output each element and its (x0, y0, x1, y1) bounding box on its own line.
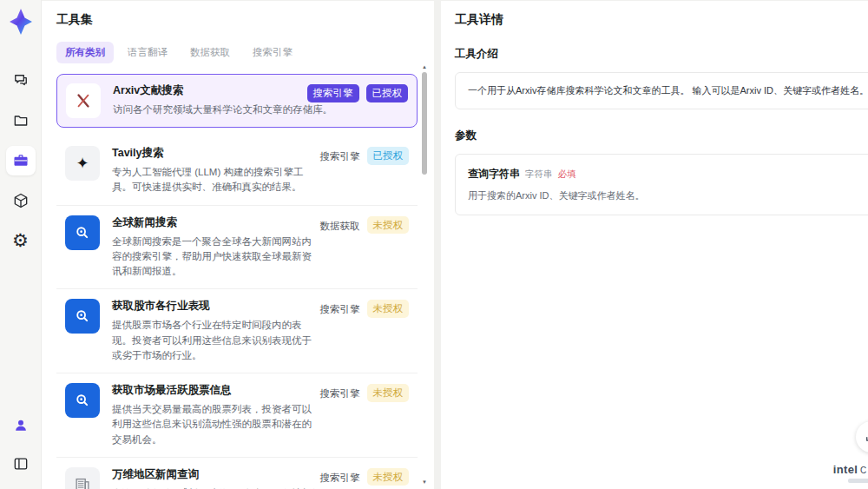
sparkle-glyph: ✦ (76, 155, 89, 171)
tool-name: 获取市场最活跃股票信息 (112, 383, 313, 398)
tool-detail-panel: 工具详情 工具介绍 一个用于从Arxiv存储库搜索科学论文和文章的工具。 输入可… (441, 0, 868, 489)
tool-desc: 全球新闻搜索是一个聚合全球各大新闻网站内容的搜索引擎，帮助用户快速获取全球最新资… (112, 235, 313, 280)
tool-list: Arxiv文献搜索 访问各个研究领域大量科学论文和文章的存储库。 搜索引擎 已授… (56, 74, 418, 489)
tab-all-categories[interactable]: 所有类别 (56, 42, 114, 63)
tool-name: Arxiv文献搜索 (113, 83, 300, 98)
param-desc: 用于搜索的Arxiv ID、关键字或作者姓名。 (468, 189, 868, 202)
magnifier-app-icon (65, 215, 100, 250)
tool-card-text: Arxiv文献搜索 访问各个研究领域大量科学论文和文章的存储库。 (113, 83, 300, 117)
core-wordmark: CORE (860, 466, 868, 475)
newspaper-icon (65, 467, 100, 489)
app-logo-icon (10, 9, 32, 35)
tool-card-text: 获取股市各行业表现 提供股票市场各个行业在特定时间段内的表现。投资者可以利用这些… (112, 299, 313, 363)
category-label: 搜索引擎 (320, 384, 360, 404)
tool-card-regional-news[interactable]: 万维地区新闻查询 查询具体行政区划内的新闻，快速了解各地新闻动 搜索引擎 未授权 (56, 458, 418, 489)
category-label: 搜索引擎 (320, 468, 360, 488)
folder-icon[interactable] (6, 106, 36, 135)
scroll-up-icon[interactable]: ▲ (420, 63, 429, 70)
app-window: ⚙ 工具集 所有类别 语言翻译 数据获取 搜索引擎 (0, 0, 868, 489)
intel-wordmark: intel (833, 463, 858, 476)
tool-card-active-stocks[interactable]: 获取市场最活跃股票信息 提供当天交易量最高的股票列表，投资者可以利用这些信息来识… (56, 373, 418, 458)
tool-card-sector-performance[interactable]: 获取股市各行业表现 提供股票市场各个行业在特定时间段内的表现。投资者可以利用这些… (56, 289, 418, 373)
tool-card-text: 万维地区新闻查询 查询具体行政区划内的新闻，快速了解各地新闻动 (112, 467, 313, 489)
download-button[interactable] (856, 421, 868, 453)
tool-card-badges: 搜索引擎 未授权 (320, 299, 410, 320)
tool-card-text: Tavily搜索 专为人工智能代理 (LLM) 构建的搜索引擎工具。可快速提供实… (112, 146, 313, 195)
magnifier-app-icon (65, 299, 100, 334)
tool-card-badges: 搜索引擎 已授权 (320, 146, 410, 167)
tool-card-tavily[interactable]: ✦ Tavily搜索 专为人工智能代理 (LLM) 构建的搜索引擎工具。可快速提… (56, 136, 418, 206)
nav-rail-bottom (6, 411, 36, 479)
magnifier-app-icon (65, 383, 100, 418)
status-badge: 未授权 (367, 216, 410, 235)
panel-divider (434, 0, 441, 489)
intro-heading: 工具介绍 (455, 47, 868, 62)
gear-glyph: ⚙ (12, 232, 29, 250)
sparkle-icon: ✦ (65, 146, 100, 181)
list-scrollbar[interactable]: ▲ ▼ (420, 63, 429, 486)
tool-name: Tavily搜索 (112, 146, 313, 161)
detail-title: 工具详情 (455, 12, 868, 28)
status-badge: 未授权 (367, 468, 410, 486)
tool-card-badges: 搜索引擎 已授权 (307, 83, 409, 102)
category-label: 搜索引擎 (320, 147, 360, 167)
panel-toggle-icon[interactable] (6, 449, 36, 479)
intel-core-sub-mark (848, 479, 868, 483)
category-badge: 搜索引擎 (307, 84, 359, 102)
tab-data-acquisition[interactable]: 数据获取 (181, 42, 239, 63)
download-icon (864, 429, 868, 445)
nav-rail: ⚙ (0, 0, 42, 489)
tool-desc: 提供当天交易量最高的股票列表，投资者可以利用这些信息来识别流动性强的股票和潜在的… (112, 402, 313, 447)
tool-desc: 专为人工智能代理 (LLM) 构建的搜索引擎工具。可快速提供实时、准确和真实的结… (112, 165, 313, 195)
param-name: 查询字符串 (468, 167, 520, 182)
scroll-down-icon[interactable]: ▼ (420, 479, 429, 486)
tool-card-badges: 搜索引擎 未授权 (320, 383, 410, 404)
page-title: 工具集 (56, 12, 434, 28)
briefcase-icon[interactable] (6, 146, 36, 175)
tab-language-translation[interactable]: 语言翻译 (119, 42, 176, 63)
tool-desc: 提供股票市场各个行业在特定时间段内的表现。投资者可以利用这些信息来识别表现优于或… (112, 318, 313, 363)
tool-card-badges: 数据获取 未授权 (320, 215, 410, 236)
status-badge: 已授权 (366, 84, 409, 102)
status-badge: 已授权 (367, 147, 410, 165)
param-head: 查询字符串 字符串 必填 (468, 167, 868, 182)
category-label: 搜索引擎 (320, 300, 360, 320)
intro-box: 一个用于从Arxiv存储库搜索科学论文和文章的工具。 输入可以是Arxiv ID… (455, 72, 868, 109)
tool-desc: 访问各个研究领域大量科学论文和文章的存储库。 (113, 102, 300, 117)
nav-items: ⚙ (6, 66, 36, 255)
tool-name: 全球新闻搜索 (112, 215, 313, 230)
tool-card-text: 获取市场最活跃股票信息 提供当天交易量最高的股票列表，投资者可以利用这些信息来识… (112, 383, 313, 447)
category-label: 数据获取 (320, 216, 360, 236)
user-icon[interactable] (6, 411, 36, 440)
tool-list-panel: 工具集 所有类别 语言翻译 数据获取 搜索引擎 Arxiv文献搜索 访问各个研究… (42, 0, 434, 489)
arxiv-logo-icon (66, 83, 101, 118)
param-required-badge: 必填 (558, 169, 576, 181)
tool-card-badges: 搜索引擎 未授权 (320, 467, 410, 488)
intel-core-logo: intel CORE (833, 463, 868, 483)
status-badge: 未授权 (367, 300, 410, 318)
category-tabs: 所有类别 语言翻译 数据获取 搜索引擎 (56, 42, 434, 63)
tool-name: 万维地区新闻查询 (112, 467, 313, 482)
gear-icon[interactable]: ⚙ (6, 226, 36, 255)
tab-search-engine[interactable]: 搜索引擎 (244, 42, 301, 63)
tool-card-arxiv[interactable]: Arxiv文献搜索 访问各个研究领域大量科学论文和文章的存储库。 搜索引擎 已授… (56, 74, 418, 128)
tool-name: 获取股市各行业表现 (112, 299, 313, 314)
status-badge: 未授权 (367, 384, 410, 402)
params-heading: 参数 (455, 129, 868, 143)
tool-card-global-news[interactable]: 全球新闻搜索 全球新闻搜索是一个聚合全球各大新闻网站内容的搜索引擎，帮助用户快速… (56, 206, 418, 290)
param-type: 字符串 (525, 169, 553, 181)
cube-icon[interactable] (6, 186, 36, 215)
param-box: 查询字符串 字符串 必填 用于搜索的Arxiv ID、关键字或作者姓名。 (455, 154, 868, 215)
tool-card-text: 全球新闻搜索 全球新闻搜索是一个聚合全球各大新闻网站内容的搜索引擎，帮助用户快速… (112, 215, 313, 280)
chat-icon[interactable] (6, 66, 36, 96)
scrollbar-thumb[interactable] (422, 72, 427, 175)
